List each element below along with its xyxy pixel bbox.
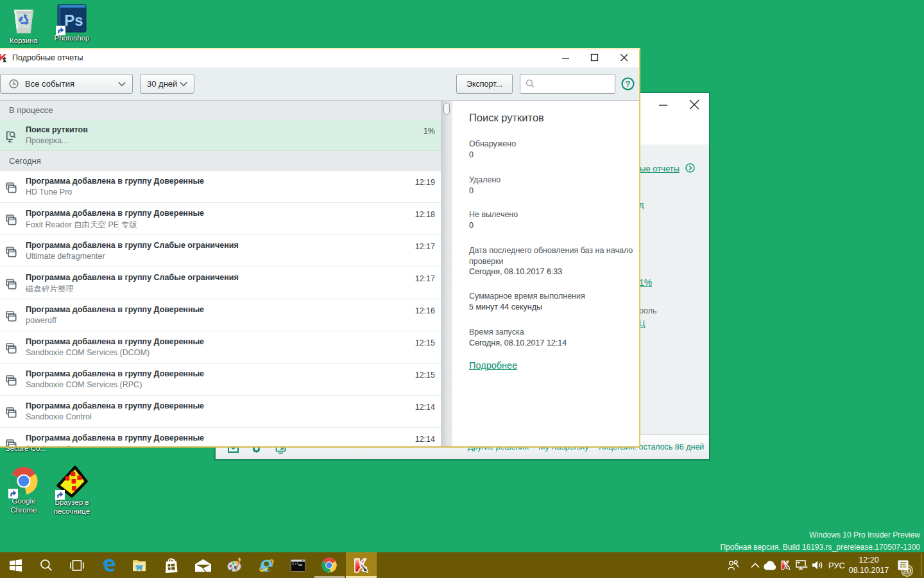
store-icon xyxy=(164,557,178,574)
event-row[interactable]: Программа добавлена в группу ДоверенныеS… xyxy=(0,363,441,396)
volume-tray-button[interactable] xyxy=(809,552,826,578)
event-row[interactable]: Программа добавлена в группу ДоверенныеH… xyxy=(0,171,441,203)
taskbar-edge-button[interactable] xyxy=(93,552,124,578)
export-button[interactable]: Экспорт... xyxy=(456,74,513,94)
event-icon xyxy=(6,311,17,324)
network-tray-icon xyxy=(796,560,808,570)
events-filter-dropdown[interactable]: Все события xyxy=(0,74,133,94)
details-more-link[interactable]: Подробнее xyxy=(469,360,517,371)
main-minimize-button[interactable] xyxy=(654,94,673,114)
scan-task-icon xyxy=(6,131,17,143)
list-section-header: Сегодня xyxy=(0,151,441,171)
details-title: Поиск руткитов xyxy=(469,112,544,124)
event-title: Программа добавлена в группу Доверенные xyxy=(26,209,204,218)
event-row[interactable]: Программа добавлена в группу Слабые огра… xyxy=(0,235,441,267)
mail-button[interactable] xyxy=(187,552,218,578)
event-row[interactable]: Программа добавлена в группу Доверенныеp… xyxy=(0,299,441,331)
report-minimize-button[interactable] xyxy=(555,49,577,66)
event-icon xyxy=(6,247,17,260)
network-tray-button[interactable] xyxy=(792,552,810,578)
event-row[interactable]: Программа добавлена в группу ДоверенныеS… xyxy=(0,331,441,363)
event-subtitle: Sandboxie Control xyxy=(26,412,92,421)
taskbar-chrome-button[interactable] xyxy=(314,552,345,578)
details-field-value: 0 xyxy=(469,150,474,159)
event-meta: 12:15 xyxy=(415,371,435,380)
event-row[interactable]: Программа добавлена в группу ДоверенныеS… xyxy=(0,396,441,428)
event-row[interactable]: Программа добавлена в группу ДоверенныеS… xyxy=(0,428,441,446)
event-meta: 12:19 xyxy=(415,178,435,187)
taskbar-kaspersky-button[interactable] xyxy=(346,552,377,578)
kaspersky-tray-button[interactable] xyxy=(776,552,794,578)
list-scrollbar[interactable] xyxy=(441,101,452,446)
command-prompt-icon: C:\ xyxy=(291,559,305,572)
circle-arrow-icon[interactable] xyxy=(685,163,695,173)
desktop-icon-photoshop[interactable]: Ps Photoshop xyxy=(48,4,96,42)
internet-explorer-button[interactable] xyxy=(251,552,282,578)
event-title: Поиск руткитов xyxy=(26,125,88,134)
main-link-fragment-percent[interactable]: 1% xyxy=(639,277,652,288)
desktop-icon-recycle-bin[interactable]: Корзина xyxy=(0,4,47,45)
show-desktop-separator[interactable] xyxy=(921,554,921,577)
main-close-button[interactable] xyxy=(685,94,704,114)
taskbar-search-icon xyxy=(40,559,53,572)
application-icon xyxy=(6,279,17,290)
taskbar-chrome-icon xyxy=(321,557,338,574)
command-prompt-button[interactable]: C:\ xyxy=(282,552,313,578)
chrome-label-line2: Chrome xyxy=(0,505,47,514)
help-icon[interactable]: ? xyxy=(621,77,635,91)
event-row[interactable]: Программа добавлена в группу ДоверенныеF… xyxy=(0,203,441,235)
taskbar-search-button[interactable] xyxy=(31,552,62,578)
event-subtitle: poweroff xyxy=(26,316,56,325)
application-icon xyxy=(6,343,17,354)
details-field-value: Сегодня, 08.10.2017 6:33 xyxy=(469,267,562,276)
shortcut-arrow-icon xyxy=(8,489,18,498)
details-panel: Поиск руткитов Подробнее Обнаружено0Удал… xyxy=(452,101,639,446)
event-meta: 12:16 xyxy=(415,306,435,315)
tray-expand-icon xyxy=(751,563,760,568)
event-row[interactable]: Поиск руткитовПроверка...1% xyxy=(0,119,441,151)
event-title: Программа добавлена в группу Доверенные xyxy=(26,305,204,314)
events-list: В процессеПоиск руткитовПроверка...1%Сег… xyxy=(0,101,441,446)
store-button[interactable] xyxy=(155,552,186,578)
taskbar: C:\ РУС12:2008.10.201720 xyxy=(0,552,924,578)
search-box[interactable] xyxy=(520,74,615,94)
task-view-button[interactable] xyxy=(62,552,92,578)
application-icon xyxy=(6,407,17,418)
event-icon xyxy=(6,182,17,196)
svg-text:?: ? xyxy=(626,80,630,89)
report-titlebar: Подробные отчеты xyxy=(0,49,639,67)
notification-badge: 20 xyxy=(901,565,913,577)
start-button[interactable] xyxy=(0,552,31,578)
application-icon xyxy=(6,311,17,322)
details-field-label: Обнаружено xyxy=(469,139,636,150)
scrollbar-thumb[interactable] xyxy=(443,103,450,115)
details-field-label: Суммарное время выполнения xyxy=(469,291,636,302)
event-icon xyxy=(6,375,17,389)
search-input[interactable] xyxy=(539,74,610,93)
desktop-icon-chrome[interactable]: Google Chrome xyxy=(0,466,47,514)
application-icon xyxy=(6,215,17,225)
period-filter-value: 30 дней xyxy=(147,79,180,89)
events-filter-value: Все события xyxy=(25,79,118,89)
recycle-bin-label: Корзина xyxy=(0,36,47,45)
event-icon xyxy=(6,279,17,292)
volume-tray-icon xyxy=(812,560,824,570)
application-icon xyxy=(6,375,17,386)
people-button[interactable] xyxy=(724,552,742,578)
event-subtitle: Sandboxie COM Services (RPC) xyxy=(26,380,142,389)
event-title: Программа добавлена в группу Доверенные xyxy=(26,434,204,442)
tray-clock[interactable]: 12:2008.10.2017 xyxy=(848,555,889,575)
report-close-button[interactable] xyxy=(613,49,635,66)
report-maximize-button[interactable] xyxy=(584,49,606,66)
event-subtitle: Sandboxie COM Services (DCOM) xyxy=(26,348,150,357)
details-field-label: Не вылечено xyxy=(469,209,636,220)
event-row[interactable]: Программа добавлена в группу Слабые огра… xyxy=(0,267,441,299)
period-filter-dropdown[interactable]: 30 дней xyxy=(140,74,194,94)
paint-button[interactable] xyxy=(219,552,250,578)
event-title: Программа добавлена в группу Доверенные xyxy=(26,401,204,410)
application-icon xyxy=(6,247,17,258)
desktop-icon-sandboxed-browser[interactable]: Браузер в песочнице xyxy=(48,466,96,516)
file-explorer-button[interactable] xyxy=(124,552,155,578)
language-indicator[interactable]: РУС xyxy=(826,552,847,578)
event-subtitle: HD Tune Pro xyxy=(26,188,72,197)
